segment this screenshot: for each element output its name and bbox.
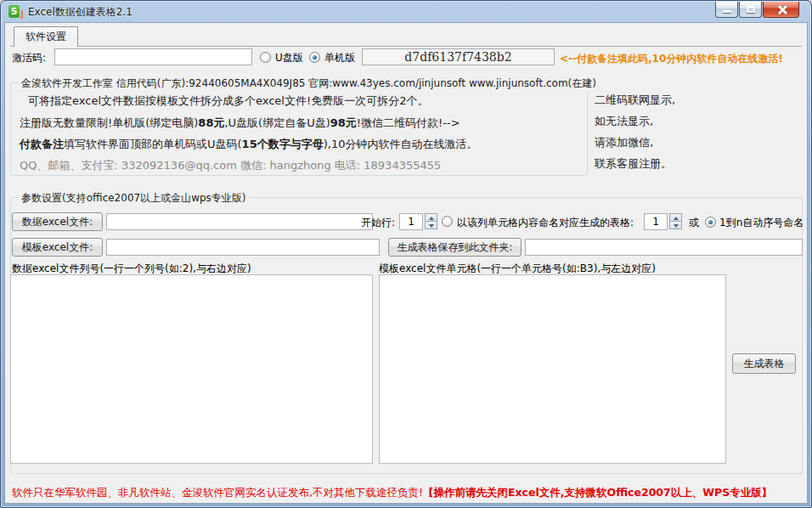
qr-panel-line-4: 联系客服注册。 bbox=[595, 153, 807, 174]
data-file-input[interactable] bbox=[106, 213, 373, 230]
info-contact-line: QQ、邮箱、支付宝: 332092136@qq.com 微信: hangzhon… bbox=[20, 158, 441, 173]
qr-panel-line-3: 请添加微信, bbox=[595, 132, 807, 153]
auto-number-radio[interactable] bbox=[705, 217, 716, 228]
activation-input[interactable] bbox=[54, 48, 252, 65]
name-column-input[interactable] bbox=[644, 213, 668, 230]
minimize-button[interactable] bbox=[715, 2, 738, 18]
generate-button[interactable]: 生成表格 bbox=[732, 353, 796, 374]
name-by-column-radio[interactable] bbox=[442, 216, 453, 227]
close-icon bbox=[777, 5, 787, 14]
window-controls bbox=[715, 2, 799, 18]
qr-panel: 二维码联网显示, 如无法显示, 请添加微信, 联系客服注册。 bbox=[595, 89, 807, 174]
or-label: 或 bbox=[689, 216, 699, 230]
params-groupbox-legend: 参数设置(支持office2007以上或金山wps专业版) bbox=[18, 191, 250, 206]
info-line-2: 注册版无数量限制!单机版(绑定电脑)88元,U盘版(绑定自备U盘)98元!微信二… bbox=[20, 116, 460, 131]
info-groupbox-legend: 金浚软件开发工作室 信用代码(广东):92440605MA4X049J85 官网… bbox=[18, 76, 600, 91]
standalone-radio-label[interactable]: 单机版 bbox=[324, 51, 355, 65]
footer-notice: 软件只在华军软件园、非凡软件站、金浚软件官网实名认证发布,不对其他下载途径负责!… bbox=[12, 486, 772, 500]
arrow-down-icon bbox=[674, 224, 679, 228]
arrow-up-icon bbox=[674, 217, 679, 220]
usb-radio[interactable] bbox=[260, 52, 271, 63]
save-folder-input[interactable] bbox=[525, 239, 803, 256]
title-bar[interactable]: 5 j Excel数据创建表格2.1 bbox=[1, 1, 811, 22]
data-file-button[interactable]: 数据excel文件: bbox=[12, 212, 103, 231]
name-column-spin-down[interactable] bbox=[669, 221, 682, 229]
start-row-input[interactable] bbox=[399, 213, 423, 230]
arrow-down-icon bbox=[429, 224, 434, 228]
maximize-icon bbox=[747, 6, 755, 13]
minimize-icon bbox=[723, 10, 731, 13]
app-window: 5 j Excel数据创建表格2.1 软件设置 激活码: U盘版 单机版 <--… bbox=[0, 0, 812, 508]
qr-panel-line-1: 二维码联网显示, bbox=[595, 89, 807, 110]
close-button[interactable] bbox=[763, 2, 799, 18]
info-groupbox: 金浚软件开发工作室 信用代码(广东):92440605MA4X049J85 官网… bbox=[10, 82, 588, 176]
app-logo-icon: 5 j bbox=[8, 5, 23, 19]
start-row-label: 开始行: bbox=[361, 216, 395, 230]
activation-label: 激活码: bbox=[12, 51, 46, 65]
tab-strip-line bbox=[10, 46, 802, 47]
tab-settings[interactable]: 软件设置 bbox=[14, 26, 78, 47]
info-line-1: 可将指定excel文件数据按模板文件拆分成多个excel文件!免费版一次可拆分2… bbox=[28, 93, 428, 109]
name-by-column-label[interactable]: 以该列单元格内容命名对应生成的表格: bbox=[457, 216, 634, 230]
app-logo-green: 5 bbox=[8, 5, 20, 18]
info-line-3: 付款备注填写软件界面顶部的单机码或U盘码(15个数字与字母),10分钟内软件自动… bbox=[20, 137, 477, 152]
qr-panel-line-2: 如无法显示, bbox=[595, 110, 807, 132]
usb-radio-label[interactable]: U盘版 bbox=[275, 51, 303, 65]
footer-notice-main: 软件只在华军软件园、非凡软件站、金浚软件官网实名认证发布,不对其他下载途径负责! bbox=[12, 486, 423, 499]
left-list-textarea[interactable] bbox=[10, 274, 373, 464]
client-area: 软件设置 激活码: U盘版 单机版 <--付款备注填此码,10分钟内软件自动在线… bbox=[4, 22, 808, 504]
window-title: Excel数据创建表格2.1 bbox=[28, 5, 133, 20]
maximize-button[interactable] bbox=[739, 2, 762, 18]
footer-notice-bracket: 【操作前请先关闭Excel文件,支持微软Office2007以上、WPS专业版】 bbox=[423, 486, 772, 499]
name-column-spinner[interactable] bbox=[669, 213, 682, 230]
machine-code-field[interactable] bbox=[362, 48, 555, 65]
activation-hint: <--付款备注填此码,10分钟内软件自动在线激活! bbox=[560, 52, 783, 66]
app-logo-orange: j bbox=[20, 8, 24, 20]
right-list-textarea[interactable] bbox=[379, 274, 726, 464]
start-row-spinner[interactable] bbox=[425, 213, 437, 230]
template-file-input[interactable] bbox=[106, 239, 380, 256]
save-folder-button[interactable]: 生成表格保存到此文件夹: bbox=[388, 238, 522, 257]
auto-number-label[interactable]: 1到n自动序号命名 bbox=[719, 216, 804, 230]
arrow-up-icon bbox=[429, 217, 434, 220]
start-row-spin-down[interactable] bbox=[425, 221, 437, 229]
standalone-radio[interactable] bbox=[309, 52, 320, 63]
template-file-button[interactable]: 模板excel文件: bbox=[12, 238, 103, 257]
